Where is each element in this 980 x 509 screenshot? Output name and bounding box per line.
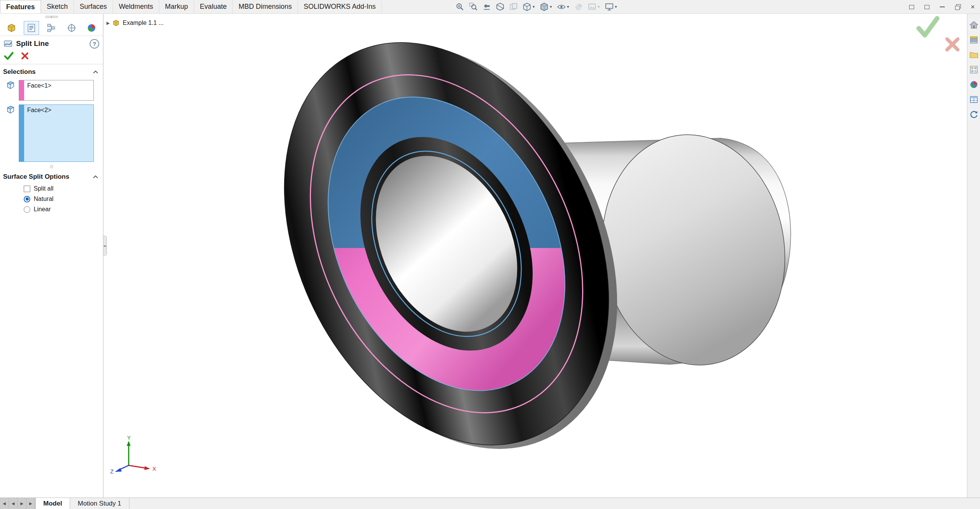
tab-weldments[interactable]: Weldments [113, 0, 159, 13]
window-controls: × [907, 0, 977, 14]
surface-split-options-label: Surface Split Options [3, 173, 69, 181]
tab-evaluate[interactable]: Evaluate [194, 0, 233, 13]
selection-box-face2[interactable]: Face<2> [19, 104, 94, 162]
part-icon [112, 19, 120, 27]
face-select-icon [5, 104, 15, 114]
panel-collapse-grip[interactable] [0, 14, 103, 20]
tab-mbd-dimensions[interactable]: MBD Dimensions [233, 0, 298, 13]
tree-item-label[interactable]: Example 1.1 ... [123, 20, 164, 26]
graphics-viewport[interactable]: ▶ Example 1.1 ... ◂▸ Y X [103, 14, 967, 498]
feature-manager-tab[interactable] [4, 21, 19, 35]
3d-drawing-view-icon[interactable] [509, 2, 519, 12]
tab-markup[interactable]: Markup [159, 0, 194, 13]
natural-option[interactable]: Natural [24, 196, 99, 202]
split-left-icon[interactable]: ◀ [0, 498, 9, 509]
linear-radio[interactable] [24, 206, 30, 213]
fullscreen-icon[interactable] [923, 3, 931, 11]
face2-label: Face<2> [24, 105, 54, 162]
restore-icon[interactable] [953, 3, 962, 11]
face2-color-swatch [19, 105, 24, 162]
confirm-ok-button[interactable] [916, 16, 939, 38]
triad-z-label: Z [110, 468, 114, 475]
linear-option[interactable]: Linear [24, 206, 99, 213]
split-all-label: Split all [34, 185, 54, 192]
selections-header-label: Selections [3, 68, 36, 76]
configuration-manager-tab[interactable] [44, 21, 59, 35]
zoom-to-fit-icon[interactable] [455, 2, 465, 12]
selection-row-1: Face<1> [0, 78, 103, 103]
natural-label: Natural [34, 196, 54, 202]
orientation-triad: Y X Z [110, 436, 160, 475]
view-palette-icon[interactable] [969, 65, 979, 75]
cancel-button[interactable] [21, 52, 29, 60]
section-view-icon[interactable] [495, 2, 505, 12]
split-line-feature-icon [3, 39, 13, 49]
help-icon[interactable]: ? [90, 39, 99, 49]
custom-properties-icon[interactable] [969, 95, 979, 104]
display-style-caret[interactable]: ▼ [549, 5, 553, 9]
face1-color-swatch [19, 80, 24, 100]
heads-up-toolbar: ▼ ▼ ▼ ▼ ▼ [455, 0, 618, 14]
hide-show-items-icon[interactable]: ▼ [556, 2, 570, 12]
home-icon[interactable] [969, 20, 979, 30]
view-settings-caret[interactable]: ▼ [614, 5, 618, 9]
main-area: Split Line ? Selections Face<1> [0, 14, 980, 498]
model-tab[interactable]: Model [36, 498, 70, 509]
split-all-option[interactable]: Split all [24, 185, 99, 192]
model-3d[interactable] [103, 14, 967, 498]
linear-label: Linear [34, 206, 51, 213]
ok-cancel-row [0, 51, 103, 64]
selections-resize-grip[interactable] [0, 164, 103, 169]
view-orientation-icon[interactable]: ▼ [522, 2, 536, 12]
triad-y-label: Y [127, 436, 131, 441]
surface-split-options-body: Split all Natural Linear [0, 183, 103, 218]
view-orientation-caret[interactable]: ▼ [532, 5, 535, 9]
tab-surfaces[interactable]: Surfaces [74, 0, 113, 13]
file-explorer-icon[interactable] [969, 50, 979, 60]
feature-tree-flyout[interactable]: ▶ Example 1.1 ... [106, 19, 164, 27]
motion-study-tab[interactable]: Motion Study 1 [70, 498, 129, 509]
tab-features[interactable]: Features [0, 0, 41, 13]
split-left2-icon[interactable]: ◀ [9, 498, 18, 509]
display-manager-tab[interactable] [84, 21, 99, 35]
solidworks-forum-icon[interactable] [969, 109, 979, 119]
pane-splitter-controls: ◀ ◀ ▶ ▶ [0, 498, 36, 509]
dimxpert-manager-tab[interactable] [64, 21, 79, 35]
hide-show-items-caret[interactable]: ▼ [566, 5, 570, 9]
chevron-up-icon [93, 70, 98, 74]
selection-box-face1[interactable]: Face<1> [19, 80, 94, 101]
ribbon-tab-bar: Features Sketch Surfaces Weldments Marku… [0, 0, 980, 14]
selections-group-header[interactable]: Selections [0, 64, 103, 78]
tab-solidworks-addins[interactable]: SOLIDWORKS Add-Ins [298, 0, 382, 13]
apply-scene-icon[interactable]: ▼ [587, 2, 601, 12]
triad-x-label: X [152, 466, 156, 472]
display-style-icon[interactable]: ▼ [539, 2, 553, 12]
previous-view-icon[interactable] [482, 2, 492, 12]
manager-tab-strip [0, 20, 103, 36]
natural-radio[interactable] [24, 196, 30, 202]
surface-split-options-header[interactable]: Surface Split Options [0, 169, 103, 183]
property-manager-header: Split Line ? [0, 36, 103, 51]
apply-scene-caret[interactable]: ▼ [597, 5, 600, 9]
split-right-icon[interactable]: ▶ [18, 498, 26, 509]
design-library-icon[interactable] [969, 35, 979, 45]
status-bar: ◀ ◀ ▶ ▶ Model Motion Study 1 [0, 498, 980, 509]
split-all-checkbox[interactable] [24, 186, 30, 192]
panel-splitter-handle[interactable]: ◂▸ [103, 236, 107, 256]
tree-expand-icon[interactable]: ▶ [106, 21, 110, 26]
edit-appearance-icon[interactable] [574, 2, 584, 12]
face1-label: Face<1> [24, 80, 54, 100]
property-manager-panel: Split Line ? Selections Face<1> [0, 14, 103, 498]
view-settings-icon[interactable]: ▼ [604, 2, 618, 12]
face-select-icon [5, 80, 15, 90]
ok-button[interactable] [4, 51, 14, 60]
appearances-icon[interactable] [969, 80, 979, 90]
zoom-to-area-icon[interactable] [468, 2, 478, 12]
collapse-ribbon-icon[interactable] [907, 3, 916, 11]
split-right2-icon[interactable]: ▶ [26, 498, 35, 509]
minimize-icon[interactable] [938, 3, 946, 11]
tab-sketch[interactable]: Sketch [41, 0, 74, 13]
close-icon[interactable]: × [969, 3, 977, 11]
property-manager-tab[interactable] [24, 21, 39, 35]
confirm-cancel-button[interactable] [944, 36, 961, 53]
